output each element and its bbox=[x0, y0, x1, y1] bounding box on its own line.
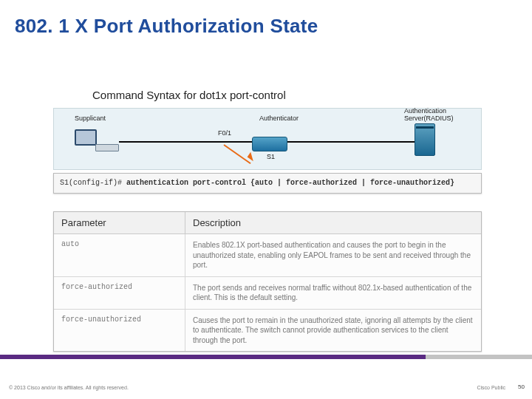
table-row: auto Enables 802.1X port-based authentic… bbox=[54, 234, 481, 277]
th-description: Description bbox=[185, 212, 481, 233]
topology-diagram: Supplicant F0/1 Authenticator S1 Authent… bbox=[53, 108, 482, 170]
table-row: force-authorized The port sends and rece… bbox=[54, 277, 481, 310]
parameter-table: Parameter Description auto Enables 802.1… bbox=[53, 211, 482, 352]
footer-accent-bar bbox=[0, 355, 532, 359]
cell-desc: Enables 802.1X port-based authentication… bbox=[185, 234, 481, 276]
server-label-line1: Authentication bbox=[404, 107, 446, 115]
supplicant-base-icon bbox=[95, 144, 119, 151]
cell-param: force-unauthorized bbox=[54, 310, 185, 352]
cli-config-box: S1(config-if)# authentication port-contr… bbox=[53, 173, 482, 194]
classification-text: Cisco Public bbox=[477, 385, 505, 390]
supplicant-label: Supplicant bbox=[75, 115, 106, 122]
cell-desc: The port sends and receives normal traff… bbox=[185, 277, 481, 309]
config-arrow-head-icon bbox=[248, 152, 257, 161]
cell-param: force-authorized bbox=[54, 277, 185, 309]
copyright-text: © 2013 Cisco and/or its affiliates. All … bbox=[9, 385, 129, 390]
server-slot-icon bbox=[416, 126, 434, 129]
section-subhead: Command Syntax for dot1x port-control bbox=[92, 89, 286, 101]
slide: 802. 1 X Port Authorization State Comman… bbox=[0, 0, 532, 399]
switch-name-label: S1 bbox=[267, 153, 275, 160]
interface-label: F0/1 bbox=[218, 129, 231, 137]
cell-param: auto bbox=[54, 234, 185, 276]
table-header: Parameter Description bbox=[54, 212, 481, 234]
config-arrow-icon bbox=[223, 144, 250, 164]
authenticator-label: Authenticator bbox=[259, 115, 299, 122]
link-supplicant-switch bbox=[119, 141, 252, 143]
table-row: force-unauthorized Causes the port to re… bbox=[54, 310, 481, 352]
link-switch-server bbox=[287, 141, 415, 143]
switch-icon bbox=[252, 137, 287, 151]
cli-command: authentication port-control {auto | forc… bbox=[126, 179, 454, 187]
page-number: 50 bbox=[518, 383, 525, 390]
supplicant-icon bbox=[75, 129, 97, 146]
page-title: 802. 1 X Port Authorization State bbox=[15, 15, 318, 38]
cell-desc: Causes the port to remain in the unautho… bbox=[185, 310, 481, 352]
server-label-line2: Server(RADIUS) bbox=[404, 115, 454, 122]
cli-prompt: S1(config-if)# bbox=[60, 179, 122, 187]
th-parameter: Parameter bbox=[54, 212, 185, 233]
